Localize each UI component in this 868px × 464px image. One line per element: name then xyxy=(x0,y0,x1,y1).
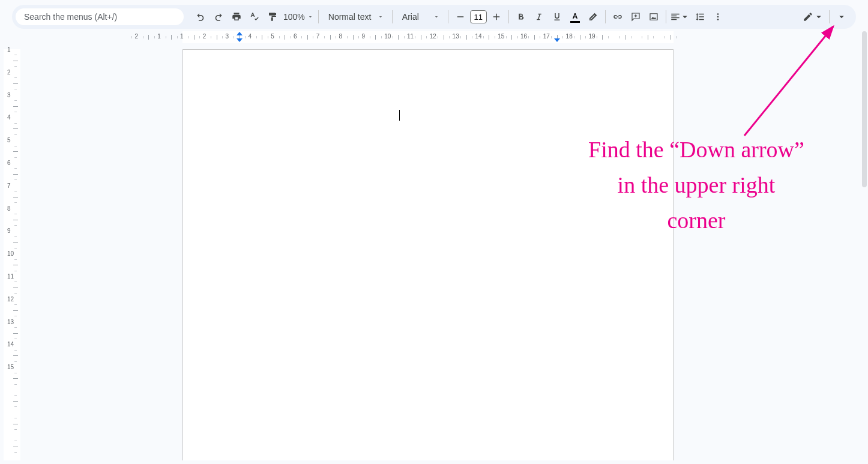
svg-point-0 xyxy=(717,13,719,15)
decrease-font-size-button[interactable] xyxy=(452,8,469,25)
ruler-tick xyxy=(517,36,518,38)
ruler-tick xyxy=(166,36,166,38)
spellcheck-icon xyxy=(249,11,260,22)
ruler-tick xyxy=(330,35,331,40)
caret-down-icon xyxy=(378,14,384,20)
ruler-tick xyxy=(14,157,17,158)
ruler-tick xyxy=(426,36,427,38)
left-indent-marker[interactable] xyxy=(237,38,243,42)
hide-menus-button[interactable] xyxy=(833,8,850,25)
bold-icon xyxy=(516,11,526,22)
ruler-tick xyxy=(14,327,17,328)
ruler-tick xyxy=(444,35,444,40)
editing-mode-dropdown[interactable] xyxy=(801,8,825,25)
ruler-tick xyxy=(14,316,17,316)
redo-button[interactable] xyxy=(210,8,227,25)
ruler-tick xyxy=(14,168,17,169)
font-family-dropdown[interactable]: Arial xyxy=(396,8,444,25)
ruler-tick-label: 1 xyxy=(180,33,184,40)
vertical-ruler[interactable]: 21123456789101112131415 xyxy=(4,44,20,460)
ruler-tick xyxy=(358,36,359,38)
print-button[interactable] xyxy=(228,8,245,25)
ruler-tick xyxy=(211,36,211,38)
underline-button[interactable] xyxy=(549,8,565,25)
document-canvas[interactable] xyxy=(23,44,862,460)
ruler-tick xyxy=(154,36,155,38)
ruler-tick-label: 11 xyxy=(7,273,14,280)
ruler-tick-label: 3 xyxy=(7,92,11,98)
ruler-tick-label: 10 xyxy=(7,250,14,257)
svg-point-2 xyxy=(717,19,719,20)
minus-icon xyxy=(455,11,466,22)
ruler-tick xyxy=(13,197,18,197)
ruler-tick xyxy=(13,378,18,379)
ruler-tick xyxy=(14,361,17,362)
ruler-tick-label: 18 xyxy=(566,33,573,40)
ruler-tick-label: 7 xyxy=(316,33,320,40)
ruler-tick xyxy=(188,36,188,38)
ruler-tick xyxy=(148,35,149,40)
menu-search[interactable] xyxy=(16,8,184,25)
paragraph-style-dropdown[interactable]: Normal text xyxy=(322,8,388,25)
bold-button[interactable] xyxy=(513,8,529,25)
ruler-tick xyxy=(619,36,620,38)
line-spacing-button[interactable] xyxy=(692,8,708,25)
ruler-tick-label: 10 xyxy=(384,33,391,40)
ruler-tick xyxy=(14,77,17,78)
page[interactable] xyxy=(182,49,674,460)
add-comment-button[interactable] xyxy=(627,8,644,25)
right-indent-marker[interactable] xyxy=(554,38,560,42)
ruler-tick xyxy=(234,36,234,38)
ruler-tick xyxy=(268,36,268,38)
ruler-tick-label: 7 xyxy=(7,182,11,189)
ruler-tick xyxy=(449,36,450,38)
first-line-indent-marker[interactable] xyxy=(237,32,243,35)
ruler-tick xyxy=(199,36,200,38)
ruler-tick xyxy=(608,36,609,38)
insert-image-button[interactable] xyxy=(645,8,662,25)
text-color-button[interactable] xyxy=(567,8,583,25)
more-vert-icon xyxy=(713,11,723,22)
undo-button[interactable] xyxy=(192,8,209,25)
paint-format-button[interactable] xyxy=(264,8,281,25)
increase-font-size-button[interactable] xyxy=(488,8,505,25)
ruler-tick xyxy=(415,36,415,38)
italic-button[interactable] xyxy=(531,8,547,25)
ruler-tick-label: 13 xyxy=(7,319,14,325)
more-options-button[interactable] xyxy=(710,8,726,25)
align-dropdown[interactable] xyxy=(670,8,690,25)
ruler-tick xyxy=(14,55,17,55)
spellcheck-button[interactable] xyxy=(246,8,263,25)
zoom-dropdown[interactable]: 100% xyxy=(282,12,315,22)
ruler-tick xyxy=(631,36,631,38)
font-size-group xyxy=(452,8,505,25)
scroll-thumb[interactable] xyxy=(862,31,867,187)
ruler-tick-label: 2 xyxy=(7,69,11,76)
ruler-tick-label: 6 xyxy=(294,33,297,40)
ruler-tick xyxy=(381,36,382,38)
menu-search-input[interactable] xyxy=(24,12,175,22)
paint-roller-icon xyxy=(267,11,278,22)
ruler-tick xyxy=(13,128,18,129)
insert-link-button[interactable] xyxy=(609,8,626,25)
ruler-tick xyxy=(14,214,17,214)
ruler-tick xyxy=(562,36,563,38)
vertical-scrollbar[interactable] xyxy=(862,31,867,460)
font-size-input[interactable] xyxy=(470,10,487,23)
ruler-tick xyxy=(421,35,421,40)
ruler-tick-label: 5 xyxy=(7,137,11,143)
horizontal-ruler[interactable]: 2112345678910111213141516171819 xyxy=(23,31,862,43)
ruler-tick xyxy=(291,36,291,38)
highlight-color-button[interactable] xyxy=(585,8,601,25)
separator xyxy=(666,10,666,23)
ruler-tick xyxy=(540,36,540,38)
ruler-tick xyxy=(370,36,370,38)
ruler-tick-label: 15 xyxy=(7,364,14,370)
ruler-tick xyxy=(301,36,302,38)
ruler-tick xyxy=(14,248,17,249)
ruler-tick xyxy=(14,429,17,430)
ruler-tick xyxy=(14,304,17,305)
ruler-tick xyxy=(375,35,376,40)
separator xyxy=(448,10,448,23)
caret-down-icon xyxy=(433,14,439,20)
